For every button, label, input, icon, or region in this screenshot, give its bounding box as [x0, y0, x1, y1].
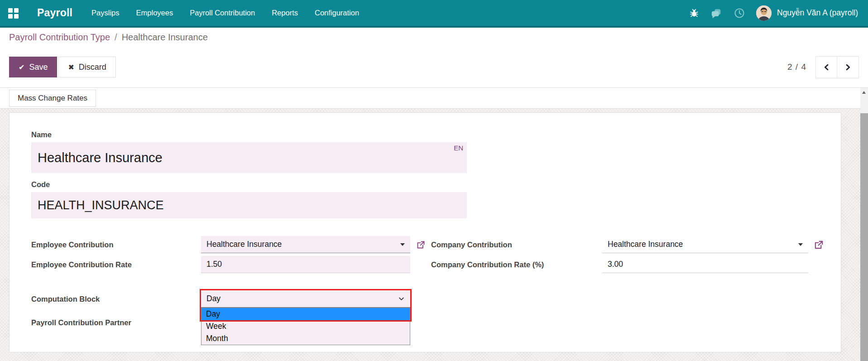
payroll-contribution-partner-label: Payroll Contribution Partner	[31, 318, 201, 327]
app-title: Payroll	[37, 7, 72, 19]
company-contribution-label: Company Contribution	[431, 241, 602, 249]
name-value: Healthcare Insurance	[38, 150, 163, 165]
employee-contribution-rate-value: 1.50	[206, 260, 222, 269]
control-panel: ✔ Save ✖ Discard 2 / 4	[0, 47, 868, 88]
menu-payroll-contribution[interactable]: Payroll Contribution	[190, 9, 255, 17]
activities-clock-icon[interactable]	[734, 7, 745, 19]
name-label: Name	[31, 130, 841, 139]
form-view-background: Name Healthcare Insurance EN Code HEALTH…	[0, 109, 868, 361]
external-link-icon	[416, 240, 426, 250]
debug-bug-icon[interactable]	[688, 7, 700, 19]
mass-change-rates-button[interactable]: Mass Change Rates	[9, 90, 96, 107]
apps-grid-icon	[8, 8, 18, 18]
company-contribution-rate-value: 3.00	[608, 260, 623, 269]
option-day[interactable]: Day	[201, 308, 410, 320]
breadcrumb-separator: /	[115, 32, 117, 43]
computation-block-selected-value: Day	[206, 294, 221, 303]
main-menu: Payslips Employees Payroll Contribution …	[91, 9, 359, 17]
external-link-icon	[814, 240, 824, 250]
partner-row: Payroll Contribution Partner	[31, 313, 841, 332]
employee-contribution-rate-label: Employee Contribution Rate	[31, 260, 201, 269]
vertical-scrollbar[interactable]	[860, 88, 868, 361]
company-contribution-value: Healthcare Insurance	[608, 240, 683, 249]
select-chevron-icon	[398, 295, 405, 302]
computation-block-options: Day Week Month	[201, 308, 410, 345]
pager-count: 2 / 4	[787, 62, 806, 72]
top-navbar: Payroll Payslips Employees Payroll Contr…	[0, 0, 868, 28]
code-value: HEALTH_INSURANCE	[38, 198, 164, 212]
navbar-right: Nguyễn Văn A (payroll)	[688, 5, 868, 21]
employee-contribution-value: Healthcare Insurance	[206, 240, 282, 249]
contribution-row: Employee Contribution Healthcare Insuran…	[31, 236, 841, 254]
company-contribution-open-record[interactable]	[808, 240, 829, 250]
user-menu[interactable]: Nguyễn Văn A (payroll)	[756, 5, 858, 21]
dropdown-caret-icon	[798, 243, 803, 246]
company-contribution-dropdown[interactable]: Healthcare Insurance	[602, 236, 808, 253]
discard-button[interactable]: ✖ Discard	[58, 57, 115, 77]
breadcrumb: Payroll Contribution Type / Healthcare I…	[0, 28, 868, 47]
save-button[interactable]: ✔ Save	[9, 57, 57, 77]
menu-configuration[interactable]: Configuration	[315, 9, 359, 17]
previous-record-button[interactable]	[815, 56, 837, 78]
form-button-row: Mass Change Rates	[0, 88, 868, 109]
avatar	[756, 5, 772, 21]
form-sheet: Name Healthcare Insurance EN Code HEALTH…	[9, 112, 841, 352]
breadcrumb-current: Healthcare Insurance	[122, 32, 208, 43]
discard-button-label: Discard	[79, 63, 106, 72]
option-month[interactable]: Month	[201, 332, 410, 345]
company-contribution-rate-label: Company Contribution Rate (%)	[431, 260, 602, 269]
employee-contribution-dropdown[interactable]: Healthcare Insurance	[201, 236, 410, 253]
computation-block-select[interactable]: Day	[201, 290, 410, 308]
dropdown-caret-icon	[400, 243, 405, 246]
save-button-label: Save	[29, 63, 48, 72]
record-pager: 2 / 4	[787, 56, 859, 78]
employee-contribution-label: Employee Contribution	[31, 241, 201, 249]
code-input[interactable]: HEALTH_INSURANCE	[31, 192, 467, 218]
code-label: Code	[31, 180, 841, 189]
computation-block-select-wrap: Day Day Week Month	[201, 290, 410, 308]
next-record-button[interactable]	[837, 56, 859, 78]
menu-reports[interactable]: Reports	[272, 9, 298, 17]
scrollbar-up-arrow-icon[interactable]	[862, 91, 866, 94]
rate-row: Employee Contribution Rate 1.50 Company …	[31, 255, 841, 274]
computation-block-label: Computation Block	[31, 295, 201, 303]
user-name: Nguyễn Văn A (payroll)	[777, 8, 858, 18]
messages-chat-icon[interactable]	[711, 7, 723, 19]
employee-contribution-rate-input[interactable]: 1.50	[201, 256, 410, 273]
scrollbar-thumb[interactable]	[860, 113, 868, 361]
breadcrumb-parent-link[interactable]: Payroll Contribution Type	[9, 32, 110, 43]
name-input[interactable]: Healthcare Insurance EN	[31, 142, 467, 173]
x-icon: ✖	[68, 63, 74, 72]
company-contribution-rate-input[interactable]: 3.00	[602, 256, 808, 273]
check-icon: ✔	[19, 63, 24, 72]
menu-employees[interactable]: Employees	[136, 9, 173, 17]
translation-badge[interactable]: EN	[454, 144, 463, 152]
employee-contribution-open-record[interactable]	[410, 240, 431, 250]
chevron-left-icon	[823, 63, 830, 71]
menu-payslips[interactable]: Payslips	[91, 9, 119, 17]
option-week[interactable]: Week	[201, 320, 410, 332]
chevron-right-icon	[844, 63, 852, 71]
apps-menu-button[interactable]	[0, 0, 26, 26]
computation-block-row: Computation Block Day Day Week Month	[31, 290, 841, 308]
